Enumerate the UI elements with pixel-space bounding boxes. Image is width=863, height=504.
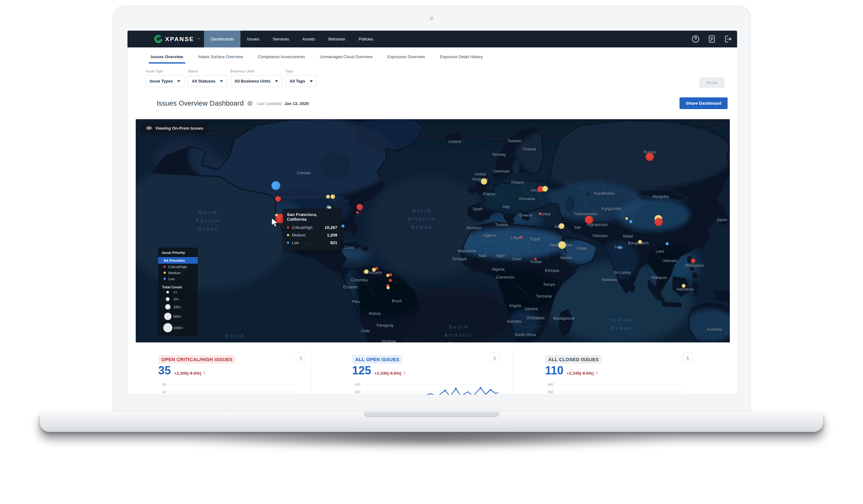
- nav-item-assets[interactable]: Assets: [296, 31, 322, 48]
- country-label-romania: Romania: [519, 197, 535, 202]
- issue-dot-yellow[interactable]: [558, 241, 566, 249]
- priority-dot: [287, 226, 289, 229]
- nav-item-services[interactable]: Services: [266, 31, 296, 48]
- share-dashboard-button[interactable]: Share Dashboard: [679, 97, 728, 109]
- issue-dot-red[interactable]: [691, 259, 695, 263]
- issue-dot-red[interactable]: [389, 279, 392, 282]
- filter-dropdown-status[interactable]: All Statuses: [188, 75, 227, 87]
- issue-dot-red[interactable]: [585, 216, 593, 224]
- issue-dot-red[interactable]: [539, 213, 541, 215]
- issue-dot-yellow[interactable]: [372, 268, 376, 272]
- ocean-label-south-atlantic-ocean: SouthAtlanticOcean: [445, 323, 473, 342]
- card-divider: [311, 348, 311, 394]
- issue-dot-red[interactable]: [275, 196, 281, 202]
- tab-issues-overview[interactable]: Issues Overview: [151, 48, 183, 66]
- issue-dot-yellow[interactable]: [275, 214, 278, 216]
- issue-dot-red[interactable]: [520, 236, 523, 238]
- legend-priority-label: Medium: [168, 271, 180, 275]
- country-label-denmark: Denmark: [494, 169, 510, 174]
- reset-button[interactable]: Reset: [699, 77, 724, 88]
- issue-dot-yellow[interactable]: [638, 240, 642, 244]
- legend-priority-title: Issue Priority: [158, 251, 198, 254]
- priority-dot: [287, 242, 289, 244]
- issue-dot-yellow[interactable]: [542, 186, 548, 192]
- legend-all-priorities[interactable]: All Priorities: [158, 257, 198, 264]
- legend-size-circle-cell: [162, 304, 173, 310]
- brand-logo[interactable]: XPANSE™: [154, 31, 200, 48]
- filter-dropdown-tags[interactable]: All Tags: [285, 75, 317, 87]
- info-icon[interactable]: i: [247, 101, 252, 106]
- axis-gridline-row: 300: [545, 390, 683, 394]
- issue-dot-red[interactable]: [646, 153, 654, 161]
- country-label-south-africa: South Africa: [514, 332, 536, 338]
- axis-tick-label: 400: [352, 382, 360, 386]
- issue-dot-yellow[interactable]: [330, 194, 335, 199]
- logout-icon[interactable]: [724, 35, 732, 43]
- issue-dot-blue[interactable]: [272, 181, 280, 190]
- ocean-label-north-atlantic-ocean: NorthAtlanticOcean: [408, 206, 436, 231]
- issue-dot-red[interactable]: [389, 273, 392, 276]
- ocean-label-line: Pacific: [222, 340, 247, 342]
- legend-priority-medium[interactable]: Medium: [158, 270, 198, 276]
- issue-dot-yellow[interactable]: [326, 195, 330, 199]
- ocean-label-north-pacific-ocean: NorthPacificOcean: [196, 209, 221, 233]
- axis-tick-label: 300: [352, 390, 360, 394]
- viewing-mode-badge: Viewing On-Prem Issues: [141, 122, 208, 134]
- issue-dot-red[interactable]: [356, 211, 359, 214]
- nav-item-issues[interactable]: Issues: [240, 31, 266, 48]
- issue-dot-blue[interactable]: [341, 225, 345, 228]
- issue-dot-red[interactable]: [357, 204, 363, 210]
- tab-exposures-overview[interactable]: Exposures Overview: [387, 48, 425, 66]
- help-icon[interactable]: [691, 35, 699, 43]
- app-window: XPANSE™ DashboardsIssuesServicesAssetsBe…: [127, 31, 737, 394]
- country-label-zambia: Zambia: [525, 307, 538, 312]
- ocean-label-line: South: [222, 332, 247, 340]
- issue-dot-blue[interactable]: [666, 242, 669, 245]
- metric-card-all-open-issues: ALL OPEN ISSUES125+2,345(-9.6%)↑400300: [352, 342, 500, 394]
- legend-size-10: 10+: [158, 295, 198, 303]
- map-tooltip: San Francisco, California Critical/High1…: [283, 209, 341, 250]
- country-label-vietnam: Vietnam: [663, 259, 677, 264]
- issue-dot-yellow[interactable]: [625, 217, 628, 220]
- nav-item-behavior[interactable]: Behavior: [322, 31, 352, 48]
- country-label-mongolia: Mongolia: [653, 194, 669, 200]
- filter-dropdown-issue-type[interactable]: Issue Types: [146, 75, 185, 87]
- card-value: 35: [158, 366, 171, 376]
- download-button[interactable]: [683, 353, 693, 363]
- issue-dot-blue[interactable]: [618, 246, 621, 249]
- download-button[interactable]: [490, 353, 500, 363]
- issue-dot-yellow[interactable]: [387, 286, 390, 289]
- issue-dot-red[interactable]: [654, 218, 663, 226]
- legend-priority-low[interactable]: Low: [158, 276, 198, 282]
- world-map[interactable]: NorthPacificOceanNorthAtlanticOceanSouth…: [136, 119, 730, 342]
- nav-item-dashboards[interactable]: Dashboards: [204, 31, 240, 48]
- size-circle-icon: [163, 323, 172, 332]
- download-button[interactable]: [296, 353, 306, 363]
- brand-trademark: ™: [197, 38, 200, 40]
- filter-group-status: StatusAll Statuses: [188, 69, 227, 87]
- tab-attack-surface-overview[interactable]: Attack Surface Overview: [198, 48, 243, 66]
- nav-item-policies[interactable]: Policies: [352, 31, 380, 48]
- tab-unmanaged-cloud-overview[interactable]: Unmanaged Cloud Overview: [320, 48, 372, 66]
- filter-label-issue-type: Issue Type: [146, 69, 185, 73]
- chevron-down-icon: [220, 80, 223, 82]
- legend-size-label: 10+: [173, 297, 179, 301]
- eye-icon: [146, 126, 152, 130]
- filter-dropdown-business-units[interactable]: All Business Units: [230, 75, 282, 87]
- issue-dot-yellow[interactable]: [481, 178, 487, 185]
- issue-dot-yellow[interactable]: [364, 269, 368, 274]
- country-label-nepal: Nepal: [623, 234, 633, 239]
- ocean-label-line: Atlantic: [408, 215, 436, 223]
- laptop-floor-shadow: [66, 429, 794, 454]
- country-label-cuba: Cuba: [345, 245, 354, 250]
- ocean-label-line: North: [408, 206, 436, 215]
- tab-compliance-assessments[interactable]: Compliance Assessments: [258, 48, 305, 66]
- legend-priority-critical-high[interactable]: Critical/High: [158, 264, 198, 270]
- release-notes-icon[interactable]: [708, 35, 716, 43]
- issue-dot-yellow[interactable]: [682, 284, 686, 288]
- issue-dot-red[interactable]: [534, 258, 537, 260]
- xpanse-logo-icon: [154, 35, 162, 43]
- issue-dot-yellow[interactable]: [559, 223, 564, 229]
- tab-exposure-detail-history[interactable]: Exposure Detail History: [440, 48, 483, 66]
- issue-dot-blue[interactable]: [629, 220, 633, 223]
